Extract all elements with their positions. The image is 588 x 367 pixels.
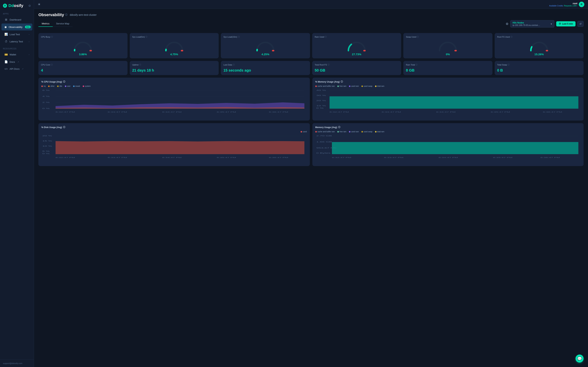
node-selector[interactable]: K8s Nodes ip-192-168-79-93.eu-central-..…: [510, 20, 554, 27]
arrow-icon: ›: [29, 41, 29, 43]
metric-card-sys-load-5m: Sys Load(5m) ⓘ 4.75%: [130, 33, 219, 58]
svg-text:4 %: 4 %: [42, 95, 50, 97]
chart-area-memory-pct: 40 % 30 % 20 % 10 % 0 % 6:32:47 PM 6:: [315, 89, 581, 118]
svg-text:30 %: 30 %: [316, 94, 326, 96]
legend-irq: irq: [41, 85, 46, 87]
docs-icon: 📄: [4, 60, 8, 64]
metric-card-cpu-busy: CPU Busy ⓘ 3.86%: [38, 33, 128, 58]
info-icon: ⓘ: [328, 64, 329, 66]
time-range-button[interactable]: ⏱ Last 5 min: [556, 21, 576, 26]
tab-metrics[interactable]: Metrics: [38, 21, 53, 27]
page-header: Observability ⓘ ddosify-arm-test-cluster: [38, 12, 584, 17]
sidebar-item-label: Docs: [9, 60, 15, 63]
chart-title: % CPU Usage (Avg) ⓘ: [41, 80, 307, 83]
time-icon: ⏱: [559, 23, 561, 25]
svg-text:6:33:47 PM: 6:33:47 PM: [384, 157, 403, 158]
settings-button[interactable]: ⚙: [506, 22, 509, 26]
svg-text:40 %: 40 %: [316, 89, 326, 91]
svg-marker-55: [332, 142, 578, 154]
tabs: Metrics Service Map: [38, 21, 73, 27]
sidebar-item-label: Wallet: [9, 53, 16, 56]
credits-info: Available Credits: Requests | 20h+: [549, 5, 577, 7]
sidebar-item-label: Latency Test: [9, 40, 23, 43]
metric-value: 27.73%: [315, 53, 399, 56]
metric-card-sys-load-15m: Sys Load(15m) ⓘ 4.25%: [221, 33, 310, 58]
title-info-icon: ⓘ: [65, 13, 68, 17]
sidebar-item-api-docs[interactable]: </> API Docs ↗: [1, 66, 32, 72]
legend-cache: cache and buffer ram: [315, 85, 335, 87]
svg-text:6:34:47 PM: 6:34:47 PM: [438, 157, 458, 158]
refresh-button[interactable]: ↺: [577, 21, 584, 27]
legend-idle: idle: [57, 85, 62, 87]
legend-used-ram2: used ram: [349, 131, 359, 133]
arrow-icon: ›: [29, 33, 29, 35]
info-icon: ⓘ: [341, 80, 343, 83]
gauge: [315, 40, 399, 51]
chart-legend: used: [41, 131, 307, 133]
metric-title: Sys Load(15m) ⓘ: [224, 36, 240, 38]
sidebar-item-wallet[interactable]: 💳 Wallet ›: [1, 51, 32, 58]
svg-text:6:33:47 PM: 6:33:47 PM: [108, 111, 127, 113]
metric-card-ram-used: Ram Used ⓘ 27.73%: [312, 33, 401, 58]
sidebar-item-dashboard[interactable]: ⊞ Dashboard: [1, 16, 32, 23]
sidebar-item-label: Observability: [9, 26, 22, 28]
legend-free-ram: free ram: [337, 85, 346, 87]
metric-card-swap-used: Swap Used ⓘ 0%: [403, 33, 493, 58]
chart-cpu-usage: % CPU Usage (Avg) ⓘ irq other idle: [38, 78, 310, 121]
svg-text:6:33:47 PM: 6:33:47 PM: [382, 111, 401, 113]
metric-value: 4.25%: [224, 53, 307, 56]
apps-section-label: APPS: [0, 10, 34, 16]
metric-title: Ram Total ⓘ: [406, 64, 417, 66]
sidebar-item-observability[interactable]: ◉ Observability New: [1, 24, 32, 30]
info-icon: ⓘ: [63, 126, 65, 129]
svg-text:6:32:47 PM: 6:32:47 PM: [332, 157, 351, 158]
info-icon: ⓘ: [238, 36, 240, 38]
latency-test-icon: ⏱: [4, 40, 8, 43]
sidebar: D Ddosify ⚙ APPS ⊞ Dashboard ◉ Observabi…: [0, 0, 34, 367]
metric-card-total-swap: Total Swap ⓘ 0 B: [495, 61, 584, 75]
svg-text:6:34:47 PM: 6:34:47 PM: [162, 111, 182, 113]
svg-text:6:35:47 PM: 6:35:47 PM: [217, 111, 236, 113]
resources-section-label: RESOURCES: [0, 45, 34, 51]
sidebar-settings-icon[interactable]: ⚙: [28, 4, 31, 8]
user-menu[interactable]: root Available Credits: Requests | 20h+ …: [549, 2, 584, 7]
metric-title: Swap Used ⓘ: [406, 36, 419, 38]
sidebar-item-label: Load Test: [9, 33, 20, 36]
svg-text:1.66 GB: 1.66 GB: [316, 141, 332, 143]
metric-card-uptime: Uptime ⓘ 21 days 18 h: [130, 61, 219, 75]
metric-title: Total Swap ⓘ: [497, 64, 510, 66]
metric-card-ram-total: Ram Total ⓘ 8 GB: [403, 61, 493, 75]
info-icon: ⓘ: [51, 36, 53, 38]
chart-legend: irq other idle user: [41, 85, 307, 87]
chart-memory-pct: % Memory Usage (Avg) ⓘ cache and buffer …: [312, 78, 584, 121]
info-icon: ⓘ: [417, 36, 419, 38]
svg-text:5 %: 5 %: [42, 150, 50, 152]
avatar[interactable]: R: [579, 2, 584, 7]
tab-service-map[interactable]: Service Map: [53, 21, 73, 27]
svg-text:2 %: 2 %: [42, 101, 50, 103]
svg-text:6:32:47 PM: 6:32:47 PM: [55, 111, 75, 113]
logo-area: D Ddosify ⚙: [0, 0, 34, 10]
metric-grid-row2: CPU Core ⓘ 4 Uptime ⓘ 21 days 18 h Last …: [38, 61, 584, 75]
metric-title: Root FS Used ⓘ: [497, 36, 512, 38]
sidebar-item-load-test[interactable]: 📊 Load Test ›: [1, 31, 32, 38]
metric-value: 21 days 18 h: [132, 68, 154, 73]
gauge: [497, 40, 581, 51]
metric-title: Total Root FS ⓘ: [315, 64, 330, 66]
sidebar-item-docs[interactable]: 📄 Docs ↗: [1, 58, 32, 65]
svg-text:6:35:47 PM: 6:35:47 PM: [217, 157, 236, 158]
legend-iowait: iowait: [73, 85, 80, 87]
svg-text:6:36:47 PM: 6:36:47 PM: [269, 157, 288, 158]
info-icon: ⓘ: [416, 64, 417, 66]
legend-total-ram2: total ram: [375, 131, 384, 133]
cluster-name: ddosify-arm-test-cluster: [70, 13, 96, 16]
svg-text:15 %: 15 %: [42, 140, 52, 142]
legend-used-swap2: used swap: [362, 131, 372, 133]
chart-grid: % CPU Usage (Avg) ⓘ irq other idle: [38, 78, 584, 166]
metric-title: Uptime ⓘ: [132, 64, 141, 66]
chat-bubble-button[interactable]: 💬: [576, 355, 584, 363]
sidebar-item-latency-test[interactable]: ⏱ Latency Test ›: [1, 38, 32, 45]
theme-toggle-icon[interactable]: ☀: [38, 2, 41, 6]
svg-text:6:35:47 PM: 6:35:47 PM: [491, 111, 510, 113]
topbar: ☀ root Available Credits: Requests | 20h…: [34, 0, 588, 9]
